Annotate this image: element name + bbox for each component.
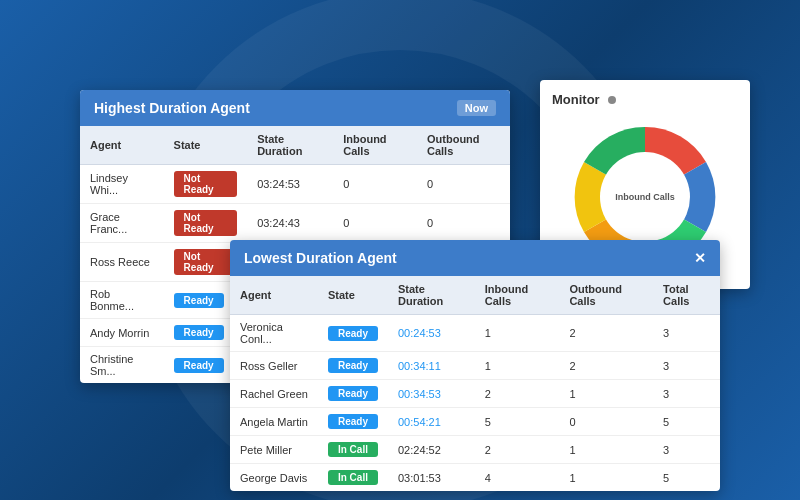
agent-state: Not Ready: [164, 204, 248, 243]
monitor-title: Monitor: [552, 92, 738, 107]
state-duration: 03:24:53: [247, 165, 333, 204]
agent-name: Pete Miller: [230, 436, 318, 464]
state-duration: 00:34:53: [388, 380, 475, 408]
table-row: Pete Miller In Call 02:24:52 2 1 3: [230, 436, 720, 464]
col-outbound-l: Outbound Calls: [559, 276, 653, 315]
col-outbound-h: Outbound Calls: [417, 126, 510, 165]
agent-state: Ready: [318, 380, 388, 408]
inbound-calls: 1: [475, 352, 560, 380]
inbound-calls: 0: [333, 204, 417, 243]
agent-name: George Davis: [230, 464, 318, 492]
state-duration: 02:24:52: [388, 436, 475, 464]
col-duration-h: State Duration: [247, 126, 333, 165]
outbound-calls: 1: [559, 436, 653, 464]
state-duration: 03:24:43: [247, 204, 333, 243]
inbound-calls: 2: [475, 436, 560, 464]
agent-name: Ross Reece: [80, 243, 164, 282]
agent-state: Ready: [318, 352, 388, 380]
agent-state: Ready: [318, 408, 388, 436]
inbound-calls: 4: [475, 464, 560, 492]
highest-panel-title: Highest Duration Agent: [94, 100, 250, 116]
agent-name: Ross Geller: [230, 352, 318, 380]
col-state-l: State: [318, 276, 388, 315]
total-calls: 3: [653, 352, 720, 380]
lowest-panel-header: Lowest Duration Agent ✕: [230, 240, 720, 276]
state-duration: 03:01:53: [388, 464, 475, 492]
agent-name: Lindsey Whi...: [80, 165, 164, 204]
state-duration: 00:34:11: [388, 352, 475, 380]
col-agent-h: Agent: [80, 126, 164, 165]
agent-name: Rob Bonme...: [80, 282, 164, 319]
outbound-calls: 0: [417, 165, 510, 204]
agent-state: In Call: [318, 436, 388, 464]
agent-state: Not Ready: [164, 165, 248, 204]
inbound-calls: 5: [475, 408, 560, 436]
monitor-label: Monitor: [552, 92, 600, 107]
agent-name: Andy Morrin: [80, 319, 164, 347]
table-row: Lindsey Whi... Not Ready 03:24:53 0 0: [80, 165, 510, 204]
donut-center-label: Inbound Calls: [615, 192, 675, 202]
col-state-h: State: [164, 126, 248, 165]
table-row: George Davis In Call 03:01:53 4 1 5: [230, 464, 720, 492]
outbound-calls: 1: [559, 464, 653, 492]
agent-name: Christine Sm...: [80, 347, 164, 384]
outbound-calls: 2: [559, 315, 653, 352]
total-calls: 3: [653, 436, 720, 464]
state-duration: 00:54:21: [388, 408, 475, 436]
lowest-duration-panel: Lowest Duration Agent ✕ Agent State Stat…: [230, 240, 720, 491]
inbound-calls: 1: [475, 315, 560, 352]
highest-panel-header: Highest Duration Agent Now: [80, 90, 510, 126]
agent-state: In Call: [318, 464, 388, 492]
lowest-table: Agent State State Duration Inbound Calls…: [230, 276, 720, 491]
table-row: Angela Martin Ready 00:54:21 5 0 5: [230, 408, 720, 436]
table-row: Grace Franc... Not Ready 03:24:43 0 0: [80, 204, 510, 243]
monitor-dot: [608, 96, 616, 104]
state-duration: 00:24:53: [388, 315, 475, 352]
total-calls: 3: [653, 380, 720, 408]
agent-name: Angela Martin: [230, 408, 318, 436]
col-duration-l: State Duration: [388, 276, 475, 315]
agent-name: Rachel Green: [230, 380, 318, 408]
close-button[interactable]: ✕: [694, 250, 706, 266]
col-inbound-l: Inbound Calls: [475, 276, 560, 315]
table-row: Veronica Conl... Ready 00:24:53 1 2 3: [230, 315, 720, 352]
outbound-calls: 1: [559, 380, 653, 408]
col-total-l: Total Calls: [653, 276, 720, 315]
outbound-calls: 0: [559, 408, 653, 436]
total-calls: 3: [653, 315, 720, 352]
agent-name: Veronica Conl...: [230, 315, 318, 352]
agent-state: Ready: [318, 315, 388, 352]
outbound-calls: 2: [559, 352, 653, 380]
col-agent-l: Agent: [230, 276, 318, 315]
inbound-calls: 2: [475, 380, 560, 408]
total-calls: 5: [653, 408, 720, 436]
col-inbound-h: Inbound Calls: [333, 126, 417, 165]
total-calls: 5: [653, 464, 720, 492]
agent-name: Grace Franc...: [80, 204, 164, 243]
outbound-calls: 0: [417, 204, 510, 243]
inbound-calls: 0: [333, 165, 417, 204]
lowest-panel-title: Lowest Duration Agent: [244, 250, 397, 266]
table-row: Rachel Green Ready 00:34:53 2 1 3: [230, 380, 720, 408]
table-row: Ross Geller Ready 00:34:11 1 2 3: [230, 352, 720, 380]
now-badge: Now: [457, 100, 496, 116]
